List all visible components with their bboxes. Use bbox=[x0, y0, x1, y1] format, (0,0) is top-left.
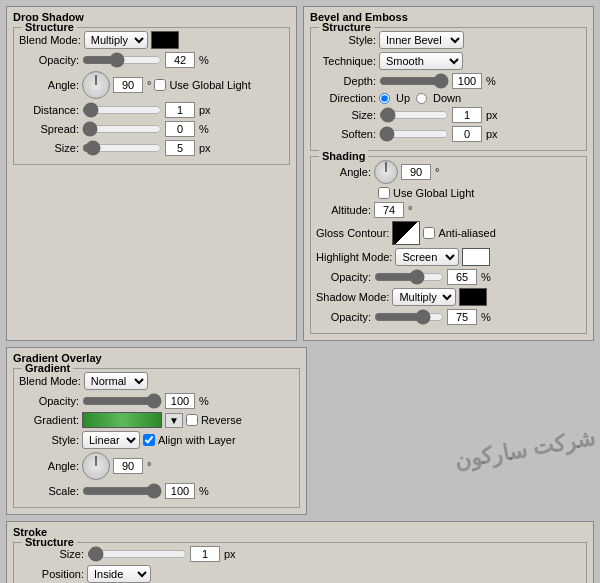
bevel-emboss-panel: Bevel and Emboss Structure Style: Inner … bbox=[303, 6, 594, 341]
blend-mode-row: Blend Mode: Multiply Normal Screen bbox=[19, 31, 284, 49]
highlight-color-swatch[interactable] bbox=[462, 248, 490, 266]
highlight-mode-select[interactable]: Screen Normal Multiply bbox=[395, 248, 459, 266]
angle-input[interactable]: 90 bbox=[113, 77, 143, 93]
angle-row: Angle: 90 ° Use Global Light bbox=[19, 71, 284, 99]
shadow-mode-label: Shadow Mode: bbox=[316, 291, 389, 303]
blend-color-swatch[interactable] bbox=[151, 31, 179, 49]
soften-slider[interactable] bbox=[379, 128, 449, 140]
direction-row: Direction: Up Down bbox=[316, 92, 581, 104]
direction-label: Direction: bbox=[316, 92, 376, 104]
shading-angle-label: Angle: bbox=[316, 166, 371, 178]
style-select[interactable]: Linear Radial bbox=[82, 431, 140, 449]
align-layer-label: Align with Layer bbox=[158, 434, 236, 446]
opacity-input[interactable]: 42 bbox=[165, 52, 195, 68]
scale-input[interactable]: 100 bbox=[165, 483, 195, 499]
distance-input[interactable]: 1 bbox=[165, 102, 195, 118]
highlight-mode-row: Highlight Mode: Screen Normal Multiply bbox=[316, 248, 581, 266]
technique-select[interactable]: Smooth Chisel Hard bbox=[379, 52, 463, 70]
size-input[interactable]: 5 bbox=[165, 140, 195, 156]
highlight-opacity-label: Opacity: bbox=[316, 271, 371, 283]
direction-up-radio[interactable] bbox=[379, 93, 390, 104]
opacity-slider[interactable] bbox=[82, 54, 162, 66]
shadow-color-swatch[interactable] bbox=[459, 288, 487, 306]
style-label: Style: bbox=[19, 434, 79, 446]
use-global-light-checkbox[interactable] bbox=[154, 79, 166, 91]
direction-up-label: Up bbox=[396, 92, 410, 104]
technique-label: Technique: bbox=[316, 55, 376, 67]
scale-label: Scale: bbox=[19, 485, 79, 497]
stroke-row: Stroke Structure Size: 1 px Position: In… bbox=[3, 518, 597, 583]
bevel-style-row: Style: Inner Bevel Outer Bevel bbox=[316, 31, 581, 49]
altitude-input[interactable]: 74 bbox=[374, 202, 404, 218]
gloss-contour-preview[interactable] bbox=[392, 221, 420, 245]
grad-opacity-slider[interactable] bbox=[82, 395, 162, 407]
highlight-opacity-input[interactable]: 65 bbox=[447, 269, 477, 285]
stroke-size-row: Size: 1 px bbox=[19, 546, 581, 562]
bevel-style-select[interactable]: Inner Bevel Outer Bevel bbox=[379, 31, 464, 49]
opacity-label: Opacity: bbox=[19, 54, 79, 66]
reverse-label: Reverse bbox=[201, 414, 242, 426]
blend-mode-select[interactable]: Multiply Normal Screen bbox=[84, 31, 148, 49]
highlight-opacity-slider[interactable] bbox=[374, 271, 444, 283]
stroke-size-label: Size: bbox=[19, 548, 84, 560]
spread-slider[interactable] bbox=[82, 123, 162, 135]
position-select[interactable]: Inside Outside Center bbox=[87, 565, 151, 583]
size-slider[interactable] bbox=[82, 142, 162, 154]
scale-slider[interactable] bbox=[82, 485, 162, 497]
size-unit: px bbox=[199, 142, 211, 154]
soften-label: Soften: bbox=[316, 128, 376, 140]
gradient-dropdown-btn[interactable]: ▼ bbox=[165, 413, 183, 428]
stroke-structure: Structure Size: 1 px Position: Inside Ou… bbox=[13, 542, 587, 583]
position-label: Position: bbox=[19, 568, 84, 580]
stroke-title: Stroke bbox=[13, 526, 587, 538]
scale-unit: % bbox=[199, 485, 209, 497]
stroke-size-unit: px bbox=[224, 548, 236, 560]
middle-row: Gradient Overlay Gradient Blend Mode: No… bbox=[3, 344, 597, 518]
shadow-mode-select[interactable]: Multiply Normal Screen bbox=[392, 288, 456, 306]
shadow-opacity-input[interactable]: 75 bbox=[447, 309, 477, 325]
stroke-size-slider[interactable] bbox=[87, 548, 187, 560]
depth-unit: % bbox=[486, 75, 496, 87]
soften-unit: px bbox=[486, 128, 498, 140]
grad-angle-input[interactable]: 90 bbox=[113, 458, 143, 474]
anti-aliased-checkbox[interactable] bbox=[423, 227, 435, 239]
position-row: Position: Inside Outside Center bbox=[19, 565, 581, 583]
reverse-checkbox[interactable] bbox=[186, 414, 198, 426]
grad-blend-mode-select[interactable]: Normal Multiply bbox=[84, 372, 148, 390]
depth-slider[interactable] bbox=[379, 75, 449, 87]
depth-input[interactable]: 100 bbox=[452, 73, 482, 89]
drop-shadow-structure: Structure Blend Mode: Multiply Normal Sc… bbox=[13, 27, 290, 165]
shading-angle-dial[interactable] bbox=[374, 160, 398, 184]
bevel-size-input[interactable]: 1 bbox=[452, 107, 482, 123]
scale-row: Scale: 100 % bbox=[19, 483, 294, 499]
technique-row: Technique: Smooth Chisel Hard bbox=[316, 52, 581, 70]
shadow-opacity-slider[interactable] bbox=[374, 311, 444, 323]
shading-global-light-row: Use Global Light bbox=[378, 187, 581, 199]
shading-legend: Shading bbox=[319, 150, 368, 162]
shadow-mode-row: Shadow Mode: Multiply Normal Screen bbox=[316, 288, 581, 306]
spread-unit: % bbox=[199, 123, 209, 135]
gradient-picker[interactable] bbox=[82, 412, 162, 428]
grad-opacity-row: Opacity: 100 % bbox=[19, 393, 294, 409]
bevel-size-slider[interactable] bbox=[379, 109, 449, 121]
shading-global-light-label: Use Global Light bbox=[393, 187, 474, 199]
shading-global-light-checkbox[interactable] bbox=[378, 187, 390, 199]
altitude-label: Altitude: bbox=[316, 204, 371, 216]
direction-down-radio[interactable] bbox=[416, 93, 427, 104]
grad-angle-label: Angle: bbox=[19, 460, 79, 472]
grad-opacity-label: Opacity: bbox=[19, 395, 79, 407]
bevel-structure-legend: Structure bbox=[319, 21, 374, 33]
shadow-opacity-label: Opacity: bbox=[316, 311, 371, 323]
align-layer-checkbox[interactable] bbox=[143, 434, 155, 446]
depth-label: Depth: bbox=[316, 75, 376, 87]
stroke-size-input[interactable]: 1 bbox=[190, 546, 220, 562]
shading-angle-input[interactable]: 90 bbox=[401, 164, 431, 180]
angle-dial[interactable] bbox=[82, 71, 110, 99]
soften-input[interactable]: 0 bbox=[452, 126, 482, 142]
distance-slider[interactable] bbox=[82, 104, 162, 116]
distance-unit: px bbox=[199, 104, 211, 116]
spread-input[interactable]: 0 bbox=[165, 121, 195, 137]
highlight-opacity-unit: % bbox=[481, 271, 491, 283]
grad-opacity-input[interactable]: 100 bbox=[165, 393, 195, 409]
grad-angle-dial[interactable] bbox=[82, 452, 110, 480]
